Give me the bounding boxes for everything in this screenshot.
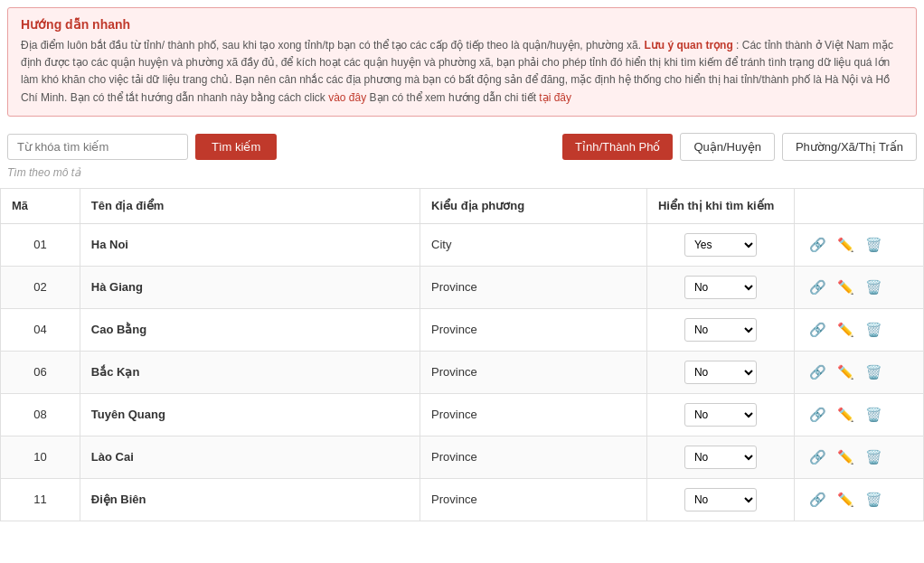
delete-button[interactable]: 🗑️: [862, 277, 886, 297]
link-icon-button[interactable]: 🔗: [806, 277, 830, 297]
table-row: 11 Điện Biên Province Yes No 🔗 ✏️ 🗑️: [1, 478, 924, 521]
delete-button[interactable]: 🗑️: [862, 235, 886, 255]
cell-hien: Yes No: [646, 351, 794, 393]
th-ma: Mã: [1, 188, 80, 223]
cell-actions: 🔗 ✏️ 🗑️: [794, 351, 923, 393]
table-row: 10 Lào Cai Province Yes No 🔗 ✏️ 🗑️: [1, 436, 924, 478]
cell-ma: 06: [1, 351, 80, 393]
cell-ten: Hà Giang: [80, 266, 420, 308]
search-description: Tìm theo mô tả: [0, 164, 924, 188]
link-icon-button[interactable]: 🔗: [806, 235, 830, 255]
hien-dropdown[interactable]: Yes No: [684, 233, 757, 257]
link-icon-button[interactable]: 🔗: [806, 447, 830, 467]
link-icon-button[interactable]: 🔗: [806, 320, 830, 340]
quick-guide-text: Địa điểm luôn bắt đầu từ tỉnh/ thành phố…: [21, 37, 903, 107]
locations-table: Mã Tên địa điểm Kiểu địa phương Hiển thị…: [0, 188, 924, 521]
cell-ten: Cao Bằng: [80, 308, 420, 351]
cell-ma: 11: [1, 478, 80, 521]
search-bar: Tìm kiếm Tỉnh/Thành Phố Quận/Huyện Phườn…: [0, 124, 924, 164]
cell-hien: Yes No: [646, 478, 794, 521]
delete-button[interactable]: 🗑️: [862, 362, 886, 382]
edit-button[interactable]: ✏️: [834, 320, 858, 340]
cell-ten: Tuyên Quang: [80, 393, 420, 436]
hien-dropdown[interactable]: Yes No: [684, 403, 757, 427]
cell-kieu: City: [420, 223, 647, 266]
cell-hien: Yes No: [646, 436, 794, 478]
hien-dropdown[interactable]: Yes No: [684, 318, 757, 342]
table-row: 06 Bắc Kạn Province Yes No 🔗 ✏️ 🗑️: [1, 351, 924, 393]
cell-ten: Bắc Kạn: [80, 351, 420, 393]
edit-button[interactable]: ✏️: [834, 235, 858, 255]
edit-button[interactable]: ✏️: [834, 447, 858, 467]
cell-ma: 10: [1, 436, 80, 478]
table-row: 08 Tuyên Quang Province Yes No 🔗 ✏️ 🗑️: [1, 393, 924, 436]
hien-dropdown[interactable]: Yes No: [684, 361, 757, 384]
table-body: 01 Ha Noi City Yes No 🔗 ✏️ 🗑️ 02 Hà Gian…: [1, 223, 924, 521]
btn-quan-huyen[interactable]: Quận/Huyện: [680, 133, 775, 161]
cell-actions: 🔗 ✏️ 🗑️: [794, 223, 923, 266]
cell-kieu: Province: [420, 351, 647, 393]
cell-actions: 🔗 ✏️ 🗑️: [794, 308, 923, 351]
quick-guide-panel: Hướng dẫn nhanh Địa điểm luôn bắt đầu từ…: [7, 7, 917, 117]
cell-hien: Yes No: [646, 393, 794, 436]
cell-kieu: Province: [420, 393, 647, 436]
table-row: 02 Hà Giang Province Yes No 🔗 ✏️ 🗑️: [1, 266, 924, 308]
cell-ma: 01: [1, 223, 80, 266]
quick-guide-text3: Bạn có thể xem hướng dẫn chi tiết: [370, 91, 536, 104]
edit-button[interactable]: ✏️: [834, 490, 858, 510]
cell-actions: 🔗 ✏️ 🗑️: [794, 478, 923, 521]
link-icon-button[interactable]: 🔗: [806, 362, 830, 382]
search-button[interactable]: Tìm kiếm: [195, 134, 277, 160]
th-ten: Tên địa điểm: [80, 188, 420, 223]
link-icon-button[interactable]: 🔗: [806, 405, 830, 425]
cell-ma: 02: [1, 266, 80, 308]
link-vao-day[interactable]: vào đây: [328, 91, 366, 104]
delete-button[interactable]: 🗑️: [862, 447, 886, 467]
cell-actions: 🔗 ✏️ 🗑️: [794, 266, 923, 308]
hien-dropdown[interactable]: Yes No: [684, 446, 757, 469]
th-hien: Hiển thị khi tìm kiếm: [646, 188, 794, 223]
cell-hien: Yes No: [646, 266, 794, 308]
edit-button[interactable]: ✏️: [834, 362, 858, 382]
cell-kieu: Province: [420, 266, 647, 308]
btn-tinh-thanh-pho[interactable]: Tỉnh/Thành Phố: [562, 134, 673, 160]
th-actions: [794, 188, 923, 223]
delete-button[interactable]: 🗑️: [862, 490, 886, 510]
cell-ten: Ha Noi: [80, 223, 420, 266]
table-header-row: Mã Tên địa điểm Kiểu địa phương Hiển thị…: [1, 188, 924, 223]
cell-ma: 04: [1, 308, 80, 351]
cell-hien: Yes No: [646, 308, 794, 351]
cell-ten: Điện Biên: [80, 478, 420, 521]
hien-dropdown[interactable]: Yes No: [684, 488, 757, 511]
hien-dropdown[interactable]: Yes No: [684, 276, 757, 299]
delete-button[interactable]: 🗑️: [862, 320, 886, 340]
table-row: 01 Ha Noi City Yes No 🔗 ✏️ 🗑️: [1, 223, 924, 266]
quick-guide-title: Hướng dẫn nhanh: [21, 17, 903, 32]
btn-phuong-xa[interactable]: Phường/Xã/Thị Trấn: [782, 133, 917, 161]
search-input[interactable]: [7, 134, 188, 160]
cell-actions: 🔗 ✏️ 🗑️: [794, 436, 923, 478]
cell-hien: Yes No: [646, 223, 794, 266]
table-row: 04 Cao Bằng Province Yes No 🔗 ✏️ 🗑️: [1, 308, 924, 351]
link-tai-day[interactable]: tại đây: [539, 91, 571, 104]
cell-ma: 08: [1, 393, 80, 436]
cell-ten: Lào Cai: [80, 436, 420, 478]
quick-guide-text1: Địa điểm luôn bắt đầu từ tỉnh/ thành phố…: [21, 39, 641, 52]
cell-kieu: Province: [420, 436, 647, 478]
cell-actions: 🔗 ✏️ 🗑️: [794, 393, 923, 436]
delete-button[interactable]: 🗑️: [862, 405, 886, 425]
edit-button[interactable]: ✏️: [834, 277, 858, 297]
quick-guide-important: Lưu ý quan trọng: [644, 39, 732, 52]
cell-kieu: Province: [420, 478, 647, 521]
link-icon-button[interactable]: 🔗: [806, 490, 830, 510]
edit-button[interactable]: ✏️: [834, 405, 858, 425]
cell-kieu: Province: [420, 308, 647, 351]
th-kieu: Kiểu địa phương: [420, 188, 647, 223]
